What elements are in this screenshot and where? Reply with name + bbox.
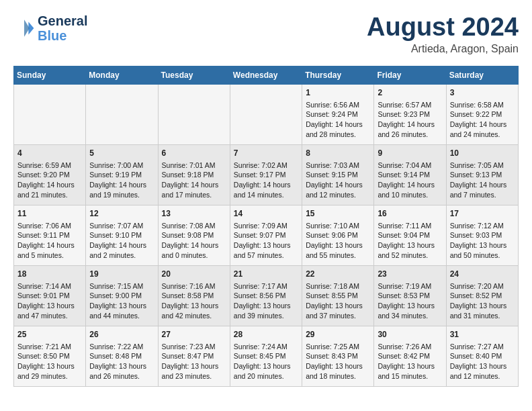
day-info-line: Sunset: 8:55 PM bbox=[306, 291, 370, 301]
weekday-header-tuesday: Tuesday bbox=[158, 66, 230, 84]
calendar-cell: 16Sunrise: 7:11 AMSunset: 9:04 PMDayligh… bbox=[374, 205, 446, 265]
day-info-line: and 24 minutes. bbox=[450, 130, 515, 140]
day-number: 23 bbox=[378, 269, 442, 280]
calendar-cell: 12Sunrise: 7:07 AMSunset: 9:10 PMDayligh… bbox=[86, 205, 158, 265]
day-info-line: Daylight: 13 hours bbox=[306, 361, 370, 371]
day-info-line: Sunset: 9:04 PM bbox=[378, 230, 442, 240]
calendar-cell: 29Sunrise: 7:25 AMSunset: 8:43 PMDayligh… bbox=[302, 326, 374, 386]
calendar-cell bbox=[86, 84, 158, 144]
calendar-cell: 20Sunrise: 7:16 AMSunset: 8:58 PMDayligh… bbox=[158, 265, 230, 326]
day-info-line: and 7 minutes. bbox=[450, 190, 515, 200]
calendar-cell: 25Sunrise: 7:21 AMSunset: 8:50 PMDayligh… bbox=[14, 326, 86, 386]
day-info-line: Daylight: 14 hours bbox=[17, 240, 82, 250]
day-info-line: and 50 minutes. bbox=[450, 250, 515, 261]
day-info-line: Sunset: 8:45 PM bbox=[234, 351, 298, 361]
day-info-line: Daylight: 13 hours bbox=[17, 361, 82, 371]
day-info-line: Sunset: 9:22 PM bbox=[450, 109, 515, 120]
day-info-line: Sunset: 9:20 PM bbox=[17, 170, 82, 180]
calendar-cell: 27Sunrise: 7:23 AMSunset: 8:47 PMDayligh… bbox=[158, 326, 230, 386]
calendar-cell: 7Sunrise: 7:02 AMSunset: 9:17 PMDaylight… bbox=[230, 144, 302, 205]
day-info-line: Daylight: 13 hours bbox=[450, 361, 515, 371]
day-number: 3 bbox=[450, 87, 515, 99]
day-number: 6 bbox=[162, 148, 226, 159]
calendar-cell bbox=[158, 84, 230, 144]
day-number: 27 bbox=[162, 329, 226, 340]
calendar-week-row: 18Sunrise: 7:14 AMSunset: 9:01 PMDayligh… bbox=[14, 265, 519, 326]
day-info-line: and 12 minutes. bbox=[306, 190, 370, 200]
day-info-line: and 12 minutes. bbox=[450, 371, 515, 381]
day-info-line: Sunset: 9:23 PM bbox=[378, 109, 442, 120]
weekday-header-row: SundayMondayTuesdayWednesdayThursdayFrid… bbox=[14, 66, 519, 84]
day-info-line: Sunrise: 7:10 AM bbox=[306, 221, 370, 231]
calendar-cell bbox=[230, 84, 302, 144]
calendar-cell: 13Sunrise: 7:08 AMSunset: 9:08 PMDayligh… bbox=[158, 205, 230, 265]
day-number: 17 bbox=[450, 208, 515, 220]
day-info-line: Daylight: 13 hours bbox=[378, 361, 442, 371]
day-info-line: Sunset: 9:14 PM bbox=[378, 170, 442, 180]
calendar-cell: 3Sunrise: 6:58 AMSunset: 9:22 PMDaylight… bbox=[446, 84, 518, 144]
day-number: 7 bbox=[234, 148, 298, 159]
day-info-line: and 44 minutes. bbox=[89, 311, 154, 321]
day-info-line: Daylight: 14 hours bbox=[89, 240, 154, 250]
day-info-line: Sunset: 9:15 PM bbox=[306, 170, 370, 180]
day-info-line: Sunset: 9:07 PM bbox=[234, 230, 298, 240]
day-info-line: Daylight: 14 hours bbox=[378, 120, 442, 130]
day-info-line: Sunrise: 7:27 AM bbox=[450, 342, 515, 352]
day-info-line: Daylight: 13 hours bbox=[450, 301, 515, 311]
day-info-line: Daylight: 13 hours bbox=[306, 240, 370, 250]
day-info-line: Sunset: 8:56 PM bbox=[234, 291, 298, 301]
day-info-line: and 19 minutes. bbox=[89, 190, 154, 200]
day-info-line: Daylight: 13 hours bbox=[234, 240, 298, 250]
day-number: 10 bbox=[450, 148, 515, 159]
day-info-line: and 57 minutes. bbox=[234, 250, 298, 261]
day-info-line: Sunset: 9:11 PM bbox=[17, 230, 82, 240]
day-info-line: Sunset: 8:42 PM bbox=[378, 351, 442, 361]
day-info-line: Sunrise: 6:58 AM bbox=[450, 100, 515, 110]
day-info-line: and 18 minutes. bbox=[306, 371, 370, 381]
day-number: 18 bbox=[17, 269, 82, 280]
day-info-line: Sunrise: 7:26 AM bbox=[378, 342, 442, 352]
logo: General Blue bbox=[13, 13, 87, 43]
day-info-line: and 52 minutes. bbox=[378, 250, 442, 261]
day-info-line: Sunset: 8:43 PM bbox=[306, 351, 370, 361]
day-number: 20 bbox=[162, 269, 226, 280]
calendar-cell: 1Sunrise: 6:56 AMSunset: 9:24 PMDaylight… bbox=[302, 84, 374, 144]
calendar-week-row: 11Sunrise: 7:06 AMSunset: 9:11 PMDayligh… bbox=[14, 205, 519, 265]
day-info-line: Sunrise: 7:15 AM bbox=[89, 281, 154, 291]
day-info-line: and 20 minutes. bbox=[234, 371, 298, 381]
day-info-line: Sunset: 8:53 PM bbox=[378, 291, 442, 301]
day-info-line: Sunrise: 7:23 AM bbox=[162, 342, 226, 352]
day-info-line: Sunset: 9:01 PM bbox=[17, 291, 82, 301]
day-info-line: Sunset: 9:06 PM bbox=[306, 230, 370, 240]
day-info-line: and 21 minutes. bbox=[17, 190, 82, 200]
day-info-line: Daylight: 14 hours bbox=[89, 180, 154, 190]
day-info-line: Sunset: 8:48 PM bbox=[89, 351, 154, 361]
day-info-line: and 17 minutes. bbox=[162, 190, 226, 200]
day-info-line: Sunrise: 7:19 AM bbox=[378, 281, 442, 291]
day-info-line: Sunset: 8:47 PM bbox=[162, 351, 226, 361]
logo-icon bbox=[13, 17, 35, 39]
calendar-week-row: 4Sunrise: 6:59 AMSunset: 9:20 PMDaylight… bbox=[14, 144, 519, 205]
weekday-header-friday: Friday bbox=[374, 66, 446, 84]
day-number: 2 bbox=[378, 87, 442, 99]
calendar-cell: 17Sunrise: 7:12 AMSunset: 9:03 PMDayligh… bbox=[446, 205, 518, 265]
day-number: 29 bbox=[306, 329, 370, 340]
day-info-line: Sunrise: 6:59 AM bbox=[17, 161, 82, 171]
day-info-line: Daylight: 14 hours bbox=[450, 180, 515, 190]
day-number: 14 bbox=[234, 208, 298, 220]
calendar-cell: 14Sunrise: 7:09 AMSunset: 9:07 PMDayligh… bbox=[230, 205, 302, 265]
day-info-line: Sunrise: 7:22 AM bbox=[89, 342, 154, 352]
day-info-line: Daylight: 13 hours bbox=[162, 361, 226, 371]
day-info-line: Daylight: 13 hours bbox=[306, 301, 370, 311]
day-number: 9 bbox=[378, 148, 442, 159]
day-info-line: Sunrise: 7:06 AM bbox=[17, 221, 82, 231]
day-info-line: Sunset: 8:40 PM bbox=[450, 351, 515, 361]
day-info-line: Sunset: 9:13 PM bbox=[450, 170, 515, 180]
calendar-cell bbox=[14, 84, 86, 144]
day-info-line: and 2 minutes. bbox=[89, 250, 154, 261]
calendar-cell: 5Sunrise: 7:00 AMSunset: 9:19 PMDaylight… bbox=[86, 144, 158, 205]
day-info-line: Daylight: 14 hours bbox=[378, 180, 442, 190]
day-info-line: Sunrise: 7:16 AM bbox=[162, 281, 226, 291]
day-info-line: Sunset: 9:08 PM bbox=[162, 230, 226, 240]
day-number: 30 bbox=[378, 329, 442, 340]
